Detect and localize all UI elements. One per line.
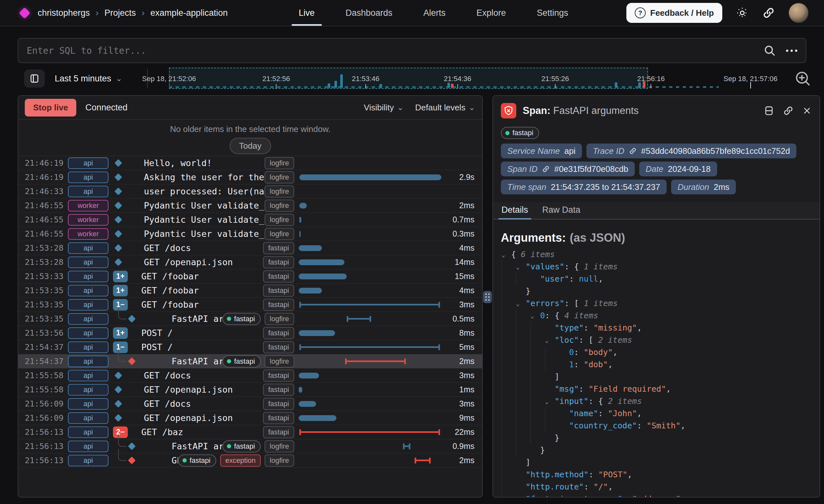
time-range-dropdown[interactable]: Last 5 minutes ⌄	[55, 67, 122, 90]
fastapi-tag-pill[interactable]: fastapi	[222, 313, 261, 325]
log-row[interactable]: 21:53:35api1+GET /foobarfastapi4ms	[18, 284, 482, 298]
children-count-badge[interactable]: 1+	[113, 327, 128, 339]
user-avatar[interactable]	[789, 3, 809, 23]
scope-badge[interactable]: logfire	[265, 313, 294, 325]
json-line[interactable]: "http.route": "/",	[502, 481, 816, 493]
scope-badge[interactable]: fastapi	[263, 370, 294, 382]
json-line[interactable]: "type": "missing",	[502, 322, 816, 334]
log-row[interactable]: 21:46:33apiuser processed: User(name='An…	[18, 184, 482, 199]
scope-badge[interactable]: fastapi	[263, 242, 294, 254]
scope-badge[interactable]: fastapi	[263, 426, 294, 438]
service-tag-badge[interactable]: api	[68, 172, 108, 183]
service-tag-badge[interactable]: api	[68, 313, 108, 325]
service-tag-badge[interactable]: api	[68, 455, 108, 466]
log-row[interactable]: 21:53:28apiGET /openapi.jsonfastapi14ms	[18, 255, 482, 269]
scope-badge[interactable]: logfire	[265, 185, 294, 198]
fastapi-tag-pill[interactable]: fastapi	[178, 455, 216, 467]
log-row[interactable]: 21:46:55workerPydantic User validate_pyt…	[18, 199, 482, 213]
log-row[interactable]: 21:46:55workerPydantic User validate_pyt…	[18, 227, 482, 241]
nav-tab-alerts[interactable]: Alerts	[421, 0, 447, 26]
service-tag-badge[interactable]: api	[68, 341, 108, 353]
log-row[interactable]: 21:54:37apiFastAPI argumentsfastapilogfi…	[18, 355, 482, 369]
copy-link-icon[interactable]	[783, 105, 794, 116]
service-tag-badge[interactable]: api	[68, 271, 108, 282]
fastapi-tag-pill[interactable]: fastapi	[222, 355, 261, 368]
scope-badge[interactable]: logfire	[265, 228, 294, 240]
json-line[interactable]: ⌄"errors": [ 1 items	[502, 297, 816, 310]
json-line[interactable]: ]	[502, 371, 816, 383]
fastapi-tag-pill[interactable]: fastapi	[222, 440, 261, 452]
visibility-dropdown[interactable]: Visibility ⌄	[364, 103, 404, 113]
sql-filter-input[interactable]	[18, 45, 763, 56]
log-row[interactable]: 21:46:55workerPydantic User validate_pyt…	[18, 213, 482, 227]
nav-tab-dashboards[interactable]: Dashboards	[344, 0, 395, 26]
breadcrumb-item[interactable]: christophergs	[38, 8, 90, 18]
service-tag-badge[interactable]: api	[68, 158, 108, 169]
nav-tab-explore[interactable]: Explore	[475, 0, 508, 26]
json-line[interactable]: "http.method": "POST",	[502, 469, 816, 481]
more-options-icon[interactable]	[786, 49, 797, 52]
log-row[interactable]: 21:55:58apiGET /docsfastapi3ms	[18, 369, 482, 383]
service-tag-badge[interactable]: api	[68, 384, 108, 396]
scope-badge[interactable]: fastapi	[263, 270, 294, 283]
share-link-icon[interactable]	[762, 6, 775, 19]
stop-live-button[interactable]: Stop live	[25, 99, 76, 116]
metadata-pill[interactable]: Service Nameapi	[501, 143, 582, 158]
json-line[interactable]: ⌄"values": { 1 items	[502, 261, 816, 273]
log-row[interactable]: 21:56:09apiGET /docsfastapi3ms	[18, 397, 482, 411]
service-tag-badge[interactable]: api	[68, 440, 108, 452]
children-count-badge[interactable]: 1+	[113, 271, 128, 282]
scope-badge[interactable]: fastapi	[263, 384, 294, 396]
scope-badge[interactable]: fastapi	[263, 412, 294, 424]
scope-badge[interactable]: logfire	[265, 171, 294, 184]
timeline-zoom-in-icon[interactable]	[794, 70, 811, 87]
scope-badge[interactable]: logfire	[265, 455, 294, 467]
inspector-tab-details[interactable]: Details	[502, 205, 528, 219]
log-row[interactable]: 21:56:13apiGET /baz (fofastapiexceptionl…	[18, 453, 482, 468]
scope-badge[interactable]: fastapi	[263, 341, 294, 354]
service-tag-badge[interactable]: api	[68, 299, 108, 311]
log-row[interactable]: 21:53:56api1+POST /fastapi8ms	[18, 326, 482, 340]
scope-badge[interactable]: logfire	[265, 200, 294, 212]
search-icon[interactable]	[763, 44, 776, 57]
json-line[interactable]: ⌄0: { 4 items	[502, 310, 816, 322]
service-tag-badge[interactable]: api	[68, 412, 108, 424]
service-tag-badge[interactable]: api	[68, 285, 108, 296]
service-tag-badge[interactable]: api	[68, 186, 108, 197]
log-row[interactable]: 21:53:28apiGET /docsfastapi4ms	[18, 241, 482, 255]
log-row[interactable]: 21:56:13apiFastAPI argumentsfastapilogfi…	[18, 439, 482, 453]
json-line[interactable]: ⌄{ 6 items	[502, 248, 816, 261]
exception-badge[interactable]: exception	[220, 455, 261, 467]
json-chevron-icon[interactable]: ⌄	[516, 297, 526, 310]
nav-tab-settings[interactable]: Settings	[535, 0, 571, 26]
timeline-selection[interactable]	[169, 68, 648, 89]
service-tag-badge[interactable]: api	[68, 242, 108, 254]
json-line[interactable]: 1: "dob",	[502, 359, 816, 371]
json-line[interactable]: }	[502, 432, 816, 444]
scope-badge[interactable]: logfire	[265, 440, 294, 452]
service-tag-badge[interactable]: api	[68, 257, 108, 268]
json-line[interactable]: "name": "John",	[502, 407, 816, 420]
children-count-badge[interactable]: 1+	[113, 285, 128, 296]
json-line[interactable]: "user": null,	[502, 273, 816, 285]
service-tag-badge[interactable]: api	[68, 398, 108, 410]
feedback-help-button[interactable]: ? Feedback / Help	[626, 3, 722, 23]
log-row[interactable]: 21:46:19apiHello, world!logfire	[18, 156, 482, 170]
panel-resize-grip[interactable]	[483, 291, 492, 303]
service-tag-badge[interactable]: api	[68, 356, 108, 367]
scope-badge[interactable]: fastapi	[263, 256, 294, 269]
metadata-pill[interactable]: Span ID#0e31f5fd70e08cdb	[501, 162, 635, 176]
service-tag-badge[interactable]: api	[68, 370, 108, 381]
service-tag-badge[interactable]: api	[68, 327, 108, 339]
service-tag-badge[interactable]: api	[68, 426, 108, 438]
theme-toggle-icon[interactable]	[736, 6, 749, 19]
default-levels-dropdown[interactable]: Default levels ⌄	[415, 103, 475, 113]
sidebar-toggle-button[interactable]	[24, 70, 45, 88]
json-line[interactable]: }	[502, 444, 816, 457]
close-icon[interactable]	[802, 106, 812, 115]
log-row[interactable]: 21:56:13api2−GET /bazfastapi22ms	[18, 425, 482, 439]
json-line[interactable]: "country_code": "Smith",	[502, 420, 816, 432]
log-row[interactable]: 21:53:35apiFastAPI argumentsfastapilogfi…	[18, 312, 482, 326]
today-button[interactable]: Today	[229, 138, 271, 154]
logfire-logo-icon[interactable]	[19, 7, 30, 18]
